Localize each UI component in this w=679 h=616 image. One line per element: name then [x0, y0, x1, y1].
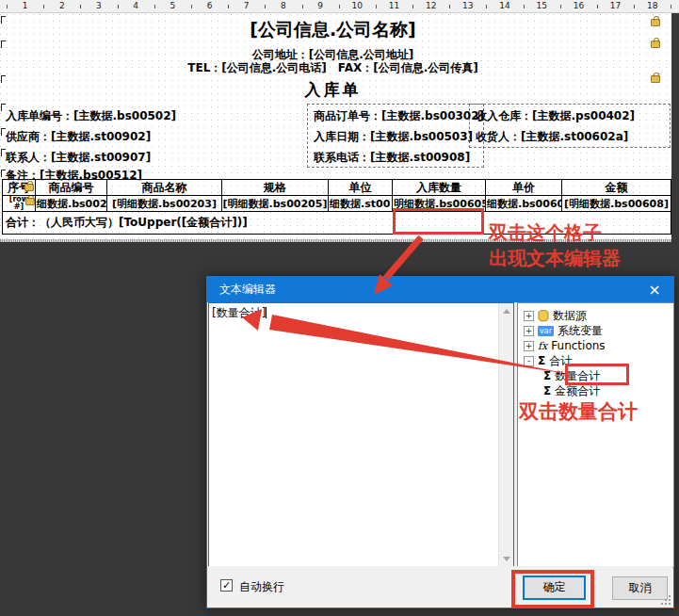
editor-text: [数量合计]	[212, 306, 266, 319]
ruler-number: 16	[560, 0, 597, 12]
highlight-box-ok-button	[511, 570, 594, 608]
ruler-number: 5	[154, 0, 191, 12]
data-tree-panel: + 数据源 + var 系统变量 + fx Functions - Σ 合计 Σ…	[517, 302, 674, 568]
field-phone[interactable]: 联系电话：[主数据.st00908]	[314, 150, 470, 166]
report-design-canvas[interactable]: [公司信息.公司名称] 公司地址：[公司信息.公司地址] TEL：[公司信息.公…	[0, 13, 671, 242]
expand-plus-icon[interactable]: +	[524, 311, 534, 321]
lock-icon	[24, 184, 34, 191]
cell-amount[interactable]: [明细数据.bs00608]	[562, 196, 671, 211]
ruler-number: 4	[118, 0, 154, 12]
scroll-up-icon[interactable]	[503, 309, 510, 314]
word-wrap-checkbox[interactable]: ✓	[220, 579, 233, 592]
expression-editor-textarea[interactable]: [数量合计]	[208, 302, 514, 568]
field-inbound-date[interactable]: 入库日期：[主数据.bs00503]	[314, 129, 473, 145]
ruler-number: 7	[228, 0, 265, 12]
annotation-editor-appears: 出现文本编辑器	[489, 246, 621, 271]
sigma-icon: Σ	[543, 384, 551, 397]
table-header-row: 序号 商品编号 商品名称 规格 单位 入库数量 单价 金额	[3, 180, 671, 196]
tree-item-system-variables[interactable]: + var 系统变量	[518, 323, 673, 338]
tree-item-label: 系统变量	[558, 323, 603, 339]
ruler-number: 14	[486, 0, 523, 12]
ruler-number: 3	[80, 0, 117, 12]
editor-scrollbar[interactable]	[498, 303, 513, 567]
lock-icon	[651, 19, 660, 26]
lock-icon	[651, 75, 660, 83]
annotation-double-click-cell: 双击这个格子	[489, 220, 602, 246]
annotation-double-click-quantity-total: 双击数量合计	[519, 398, 638, 425]
tree-item-datasource[interactable]: + 数据源	[518, 308, 673, 323]
header-seq[interactable]: 序号	[3, 180, 36, 195]
cell-spec[interactable]: [明细数据.bs00205]	[222, 196, 329, 211]
ruler-number: 9	[302, 0, 339, 12]
horizontal-ruler: 12345678910111213141516171819	[0, 0, 679, 13]
table-data-row: [row #] 细数据.bs002 [明细数据.bs00203] [明细数据.b…	[3, 196, 671, 212]
text-caret	[266, 307, 267, 318]
ruler-number: 8	[265, 0, 301, 12]
sigma-icon: Σ	[538, 354, 545, 367]
highlight-box-quantity-total	[565, 364, 629, 385]
highlight-box-total-cell	[393, 208, 484, 235]
lock-icon	[651, 41, 660, 48]
tree-item-amount-total[interactable]: Σ 金额合计	[518, 383, 673, 398]
company-name-field[interactable]: [公司信息.公司名称]	[0, 18, 666, 42]
ruler-number: 17	[597, 0, 634, 12]
ruler-number: 15	[524, 0, 560, 12]
dialog-footer: ✓ 自动换行 确定 取消	[208, 566, 672, 607]
tree-item-functions[interactable]: + fx Functions	[518, 338, 673, 353]
ruler-number: 11	[376, 0, 412, 12]
ruler-number: 1	[7, 0, 43, 12]
tree-item-label: 金额合计	[555, 383, 600, 399]
cell-price[interactable]: 细数据.bs0060	[486, 196, 562, 211]
cell-product-name[interactable]: [明细数据.bs00203]	[107, 196, 222, 211]
sigma-icon: Σ	[543, 369, 551, 382]
expand-plus-icon[interactable]: +	[524, 341, 534, 351]
lock-icon	[25, 198, 35, 205]
scroll-down-icon[interactable]	[503, 557, 510, 561]
resize-grip[interactable]	[659, 593, 671, 605]
header-product-code[interactable]: 商品编号	[36, 180, 107, 195]
header-unit[interactable]: 单位	[329, 180, 393, 195]
tree-item-label: Functions	[551, 339, 605, 352]
form-title[interactable]: 入库单	[0, 79, 666, 101]
field-warehouse[interactable]: 收入仓库：[主数据.ps00402]	[476, 108, 635, 124]
company-tel-fax-field[interactable]: TEL：[公司信息.公司电话] FAX：[公司信息.公司传真]	[0, 60, 666, 76]
field-order-no[interactable]: 商品订单号：[主数据.bs00302]	[314, 108, 484, 124]
tree-item-label: 数据源	[553, 308, 587, 324]
variable-icon: var	[538, 326, 554, 336]
word-wrap-label: 自动换行	[239, 579, 284, 595]
dialog-titlebar[interactable]: 文本编辑器 ×	[207, 277, 673, 302]
expand-minus-icon[interactable]: -	[524, 356, 534, 366]
total-row-label: 合计：（人民币大写）[ToUpper([金额合计])]	[6, 215, 248, 231]
function-icon: fx	[538, 340, 547, 352]
header-product-name[interactable]: 商品名称	[107, 180, 222, 195]
cell-product-code[interactable]: 细数据.bs002	[36, 196, 107, 211]
ruler-number: 13	[449, 0, 486, 12]
database-icon	[538, 310, 549, 322]
ruler-number: 10	[339, 0, 376, 12]
ruler-number: 2	[43, 0, 80, 12]
field-receipt-no[interactable]: 入库单编号：[主数据.bs00502]	[6, 108, 176, 124]
ruler-number: 18	[634, 0, 671, 12]
header-spec[interactable]: 规格	[222, 180, 329, 195]
dialog-title: 文本编辑器	[219, 282, 276, 298]
cell-unit[interactable]: 细数据.st00	[329, 196, 393, 211]
ruler-number: 19	[671, 0, 679, 12]
close-icon[interactable]: ×	[636, 277, 673, 302]
ruler-number: 6	[191, 0, 228, 12]
cell-row-number[interactable]: [row #]	[3, 196, 36, 211]
field-contact[interactable]: 联系人：[主数据.st00907]	[6, 150, 151, 166]
field-receiver[interactable]: 收货人：[主数据.st00602a]	[476, 129, 628, 145]
ruler-number: 12	[412, 0, 449, 12]
header-amount[interactable]: 金额	[562, 180, 671, 195]
text-editor-dialog: 文本编辑器 × [数量合计] + 数据源 + var 系统变量 + fx Fun…	[206, 276, 674, 608]
header-quantity[interactable]: 入库数量	[393, 180, 486, 195]
header-price[interactable]: 单价	[486, 180, 562, 195]
expand-plus-icon[interactable]: +	[524, 326, 534, 336]
field-supplier[interactable]: 供应商：[主数据.st00902]	[6, 129, 151, 145]
